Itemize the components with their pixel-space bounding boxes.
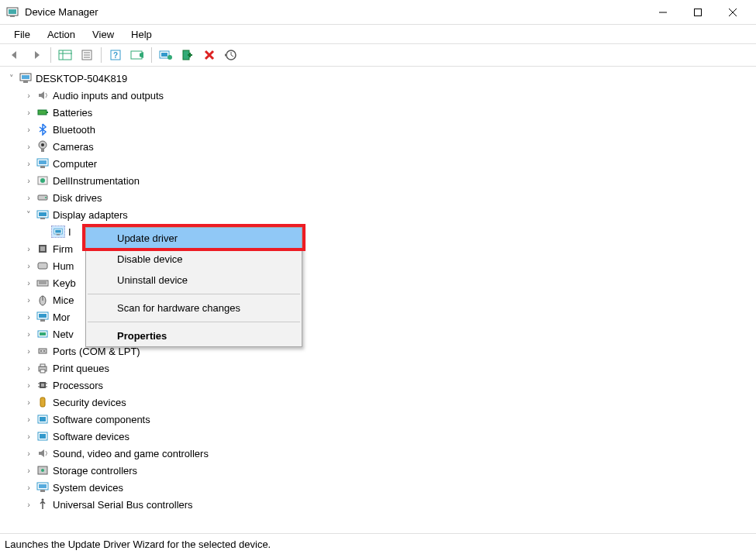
tree-item-label: Display adapters bbox=[53, 209, 128, 221]
tree-item-storage[interactable]: ›Storage controllers bbox=[19, 462, 754, 479]
expand-icon[interactable]: › bbox=[23, 449, 34, 458]
tree-item-system-devices[interactable]: ›System devices bbox=[19, 479, 754, 496]
context-menu-properties[interactable]: Properties bbox=[86, 325, 302, 346]
status-text: Launches the Update Driver Wizard for th… bbox=[5, 539, 271, 550]
tree-item-cameras[interactable]: ›Cameras bbox=[19, 138, 754, 155]
tree-item-usb[interactable]: ›Universal Serial Bus controllers bbox=[19, 496, 754, 513]
tree-item-print-queues[interactable]: ›Print queues bbox=[19, 360, 754, 377]
expand-icon[interactable]: › bbox=[23, 108, 34, 117]
tree-item-label: Batteries bbox=[53, 107, 92, 119]
svg-rect-39 bbox=[40, 218, 45, 219]
tree-item-label: Computer bbox=[53, 158, 97, 170]
tree-item-label: Netv bbox=[53, 329, 74, 340]
tree-item-display-adapters[interactable]: ˅Display adapters bbox=[19, 206, 754, 223]
expand-icon[interactable]: › bbox=[23, 159, 34, 168]
context-menu-uninstall-device[interactable]: Uninstall device bbox=[86, 270, 302, 291]
svg-rect-23 bbox=[22, 75, 29, 79]
menu-file[interactable]: File bbox=[6, 27, 38, 42]
computer-icon bbox=[36, 157, 50, 170]
properties-button[interactable] bbox=[77, 46, 97, 64]
show-hide-console-button[interactable] bbox=[55, 46, 75, 64]
expand-icon[interactable]: › bbox=[23, 244, 34, 253]
expand-icon[interactable]: › bbox=[23, 380, 34, 390]
content-area: ˅ DESKTOP-504K819 ›Audio inputs and outp… bbox=[0, 67, 756, 534]
display-adapter-icon bbox=[36, 208, 50, 221]
expand-icon[interactable]: › bbox=[23, 278, 34, 287]
svg-rect-76 bbox=[39, 484, 47, 488]
expand-icon[interactable]: › bbox=[23, 142, 34, 151]
collapse-icon[interactable]: ˅ bbox=[6, 74, 17, 84]
svg-rect-45 bbox=[38, 263, 47, 269]
expand-icon[interactable]: › bbox=[23, 483, 34, 492]
network-icon bbox=[36, 328, 50, 340]
expand-icon[interactable]: › bbox=[23, 432, 34, 441]
svg-point-58 bbox=[43, 350, 45, 352]
tree-item-software-components[interactable]: ›Software components bbox=[19, 411, 754, 428]
svg-point-78 bbox=[42, 499, 44, 501]
svg-rect-2 bbox=[10, 15, 15, 17]
expand-icon[interactable]: › bbox=[23, 261, 34, 270]
svg-rect-4 bbox=[694, 9, 701, 15]
expand-icon[interactable]: › bbox=[23, 295, 34, 305]
help-button[interactable]: ? bbox=[105, 46, 126, 64]
expand-icon[interactable]: › bbox=[23, 176, 34, 185]
expand-icon[interactable]: › bbox=[23, 125, 34, 134]
tree-item-bluetooth[interactable]: ›Bluetooth bbox=[19, 121, 754, 138]
bluetooth-icon bbox=[36, 123, 50, 136]
tree-item-processors[interactable]: ›Processors bbox=[19, 377, 754, 394]
svg-rect-18 bbox=[161, 53, 167, 57]
tree-item-label: Print queues bbox=[53, 363, 109, 374]
window-title: Device Manager bbox=[25, 6, 645, 18]
expand-icon[interactable]: › bbox=[23, 415, 34, 424]
update-driver-toolbar-button[interactable] bbox=[156, 46, 176, 64]
menu-help[interactable]: Help bbox=[123, 27, 160, 42]
svg-rect-53 bbox=[40, 319, 45, 322]
tree-item-software-devices[interactable]: ›Software devices bbox=[19, 428, 754, 445]
expand-icon[interactable]: › bbox=[23, 91, 34, 100]
svg-rect-32 bbox=[40, 166, 45, 168]
expand-icon[interactable]: › bbox=[23, 466, 34, 475]
expand-icon[interactable]: › bbox=[23, 500, 34, 509]
hid-icon bbox=[36, 260, 50, 272]
statusbar: Launches the Update Driver Wizard for th… bbox=[0, 534, 756, 554]
close-button[interactable] bbox=[715, 1, 750, 24]
collapse-icon[interactable]: ˅ bbox=[23, 210, 34, 220]
tree-item-disk-drives[interactable]: ›Disk drives bbox=[19, 189, 754, 206]
menu-view[interactable]: View bbox=[85, 27, 122, 42]
expand-icon[interactable]: › bbox=[23, 193, 34, 202]
tree-item-label: Keyb bbox=[53, 277, 76, 289]
expand-icon[interactable]: › bbox=[23, 363, 34, 373]
back-button[interactable] bbox=[5, 46, 25, 64]
svg-rect-41 bbox=[55, 230, 61, 233]
tree-item-security[interactable]: ›Security devices bbox=[19, 394, 754, 411]
minimize-button[interactable] bbox=[645, 1, 680, 24]
maximize-button[interactable] bbox=[680, 1, 715, 24]
menubar: File Action View Help bbox=[0, 25, 756, 43]
scan-hardware-button[interactable] bbox=[127, 46, 147, 64]
tree-item-label: Universal Serial Bus controllers bbox=[53, 499, 193, 511]
expand-icon[interactable]: › bbox=[23, 312, 34, 322]
forward-button[interactable] bbox=[26, 46, 47, 64]
scan-changes-toolbar-button[interactable] bbox=[221, 46, 241, 64]
svg-text:?: ? bbox=[113, 51, 118, 60]
tree-item-audio[interactable]: ›Audio inputs and outputs bbox=[19, 87, 754, 104]
context-menu-disable-device[interactable]: Disable device bbox=[86, 249, 302, 270]
expand-icon[interactable]: › bbox=[23, 329, 34, 339]
tree-item-dellinstrumentation[interactable]: ›DellInstrumentation bbox=[19, 172, 754, 189]
context-menu-update-driver[interactable]: Update driver bbox=[86, 228, 302, 249]
menu-action[interactable]: Action bbox=[40, 27, 83, 42]
tree-item-computer[interactable]: ›Computer bbox=[19, 155, 754, 172]
uninstall-device-toolbar-button[interactable] bbox=[199, 46, 219, 64]
computer-icon bbox=[19, 72, 33, 84]
disable-device-toolbar-button[interactable] bbox=[178, 46, 198, 64]
context-menu-scan[interactable]: Scan for hardware changes bbox=[86, 298, 302, 318]
firmware-icon bbox=[36, 243, 50, 255]
tree-item-batteries[interactable]: ›Batteries bbox=[19, 104, 754, 121]
tree-root[interactable]: ˅ DESKTOP-504K819 bbox=[2, 70, 754, 87]
tree-item-label: Hum bbox=[53, 260, 74, 272]
printer-icon bbox=[36, 362, 50, 374]
svg-rect-42 bbox=[57, 234, 60, 236]
tree-item-sound[interactable]: ›Sound, video and game controllers bbox=[19, 445, 754, 462]
expand-icon[interactable]: › bbox=[23, 397, 34, 407]
expand-icon[interactable]: › bbox=[23, 346, 34, 356]
